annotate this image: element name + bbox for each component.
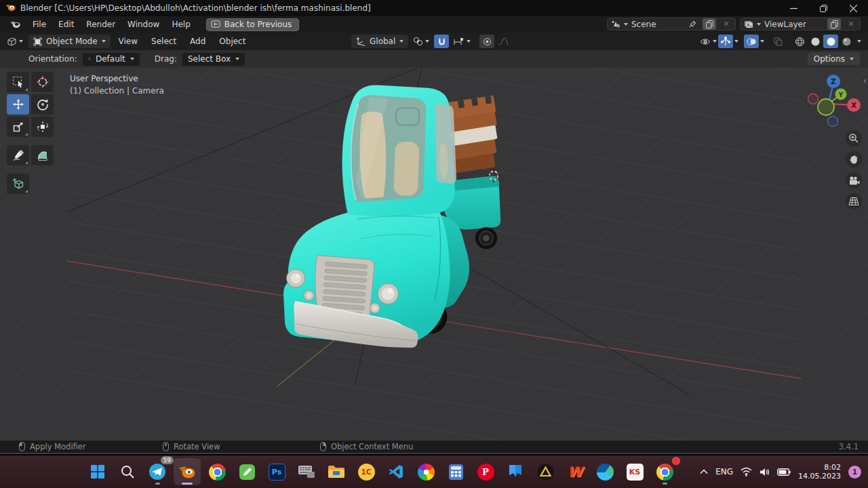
gizmo-z[interactable]: Z <box>827 75 840 88</box>
snap-toggle[interactable] <box>434 35 449 48</box>
taskbar-vscode[interactable] <box>382 458 410 485</box>
windows-taskbar: 59 Ps 1C P <box>0 455 868 488</box>
proportional-editing-toggle[interactable] <box>479 35 494 48</box>
chevron-down-icon <box>624 23 628 26</box>
taskbar-chrome[interactable] <box>203 458 231 485</box>
object-visibility-dropdown[interactable] <box>700 37 717 46</box>
taskbar-color-wheel-app[interactable] <box>412 458 439 485</box>
menu-edit[interactable]: Edit <box>52 16 80 33</box>
snap-target-dropdown[interactable] <box>450 37 474 46</box>
tray-chevron-up-icon[interactable] <box>700 469 708 474</box>
back-to-previous-button[interactable]: Back to Previous <box>206 18 300 31</box>
drag-dropdown[interactable]: Select Box <box>182 53 245 66</box>
telegram-icon <box>149 463 166 481</box>
close-button[interactable] <box>838 0 868 16</box>
app-menu-blender-icon[interactable] <box>4 16 26 33</box>
taskbar-blender[interactable] <box>174 458 201 485</box>
annotate-tool[interactable] <box>7 145 29 165</box>
editor-type-selector[interactable] <box>4 37 26 46</box>
sidebar-toggle[interactable]: ‹ <box>863 76 867 85</box>
menu-object[interactable]: Object <box>214 33 251 50</box>
move-tool[interactable] <box>7 94 29 115</box>
show-gizmo-toggle[interactable] <box>718 35 733 48</box>
truck-model[interactable] <box>283 85 505 348</box>
taskbar-triangle-app[interactable] <box>532 458 559 485</box>
viewlayer-selector[interactable]: ViewLayer ✕ <box>740 18 861 30</box>
remove-viewlayer-icon[interactable]: ✕ <box>844 18 858 30</box>
mode-dropdown[interactable]: Object Mode <box>28 35 111 48</box>
new-scene-icon[interactable] <box>703 18 716 30</box>
menu-view[interactable]: View <box>113 33 143 50</box>
orientation-label: Orientation: <box>28 54 77 64</box>
menu-file[interactable]: File <box>26 16 52 33</box>
gizmo-neg-z[interactable] <box>828 117 838 127</box>
scale-tool[interactable] <box>7 117 29 137</box>
scene-selector[interactable]: Scene ✕ <box>607 18 736 30</box>
taskbar-notes-app[interactable] <box>233 458 260 485</box>
taskbar-calculator[interactable] <box>442 458 469 485</box>
pin-icon[interactable] <box>686 18 699 30</box>
menu-add[interactable]: Add <box>184 33 211 50</box>
volume-icon[interactable] <box>760 468 770 476</box>
taskbar-telegram[interactable]: 59 <box>144 458 171 485</box>
options-button[interactable]: Options <box>808 52 860 65</box>
menu-select[interactable]: Select <box>146 33 182 50</box>
taskbar-blue-app[interactable] <box>502 458 529 485</box>
wifi-icon[interactable] <box>741 467 752 476</box>
menu-window[interactable]: Window <box>121 16 165 33</box>
transform-tool[interactable] <box>31 117 54 137</box>
new-viewlayer-icon[interactable] <box>827 18 841 30</box>
shading-material-button[interactable] <box>823 35 838 48</box>
taskbar-edge[interactable] <box>591 458 618 485</box>
camera-view-button[interactable] <box>846 172 862 188</box>
notification-count-badge[interactable]: 1 <box>848 466 861 479</box>
3d-viewport[interactable]: User Perspective (1) Collection | Camera <box>0 68 868 441</box>
rotate-tool[interactable] <box>31 94 54 115</box>
taskbar-search-button[interactable] <box>114 458 141 485</box>
calculator-icon <box>448 464 464 481</box>
overlays-dropdown-chevron[interactable] <box>760 40 764 43</box>
add-cube-tool[interactable] <box>7 174 29 194</box>
language-indicator[interactable]: ENG <box>715 467 733 476</box>
shading-dropdown-chevron[interactable] <box>857 40 861 43</box>
cursor-tool[interactable] <box>31 72 54 92</box>
clock[interactable]: 8:02 14.05.2023 <box>798 463 841 481</box>
start-button[interactable] <box>84 458 111 485</box>
minimize-button[interactable] <box>778 0 808 16</box>
show-overlays-toggle[interactable] <box>744 35 759 48</box>
taskbar-photoshop[interactable]: Ps <box>263 458 290 485</box>
orientation-dropdown[interactable]: Default <box>83 53 140 66</box>
unlink-scene-icon[interactable]: ✕ <box>719 18 733 30</box>
taskbar-1c[interactable]: 1C <box>353 458 380 485</box>
gizmo-neg-y[interactable] <box>818 99 834 115</box>
taskbar-ks-app[interactable]: KS <box>621 458 648 485</box>
axis-gizmo[interactable]: Z Y X <box>806 71 864 134</box>
menu-render[interactable]: Render <box>80 16 121 33</box>
taskbar-file-explorer[interactable] <box>323 458 350 485</box>
taskbar-onscreen-keyboard[interactable] <box>293 458 320 485</box>
shading-rendered-button[interactable] <box>839 35 854 48</box>
taskbar-chrome-profile2[interactable] <box>651 458 678 485</box>
zoom-button[interactable] <box>846 130 862 146</box>
xray-toggle[interactable] <box>770 35 785 48</box>
select-box-tool[interactable] <box>7 72 29 92</box>
battery-icon[interactable] <box>777 468 791 476</box>
pivot-point-dropdown[interactable] <box>410 37 433 46</box>
orthographic-toggle-button[interactable] <box>846 193 862 209</box>
proportional-falloff-dropdown[interactable] <box>496 35 511 48</box>
gizmo-dropdown-chevron[interactable] <box>734 40 738 43</box>
left-mouse-icon <box>19 442 25 451</box>
gizmo-neg-x[interactable] <box>808 94 818 104</box>
gizmo-y[interactable]: Y <box>835 89 847 100</box>
pan-hand-button[interactable] <box>846 151 862 167</box>
measure-tool[interactable] <box>31 145 54 165</box>
transform-orientation-dropdown[interactable]: Global <box>351 35 408 48</box>
shading-solid-button[interactable] <box>808 35 823 48</box>
menu-help[interactable]: Help <box>165 16 196 33</box>
telegram-badge: 59 <box>161 456 174 464</box>
restore-button[interactable] <box>808 0 838 16</box>
taskbar-wps-office[interactable]: W <box>561 458 589 485</box>
shading-wireframe-button[interactable] <box>792 35 807 48</box>
taskbar-pinterest[interactable]: P <box>472 458 499 485</box>
gizmo-x[interactable]: X <box>847 98 861 112</box>
